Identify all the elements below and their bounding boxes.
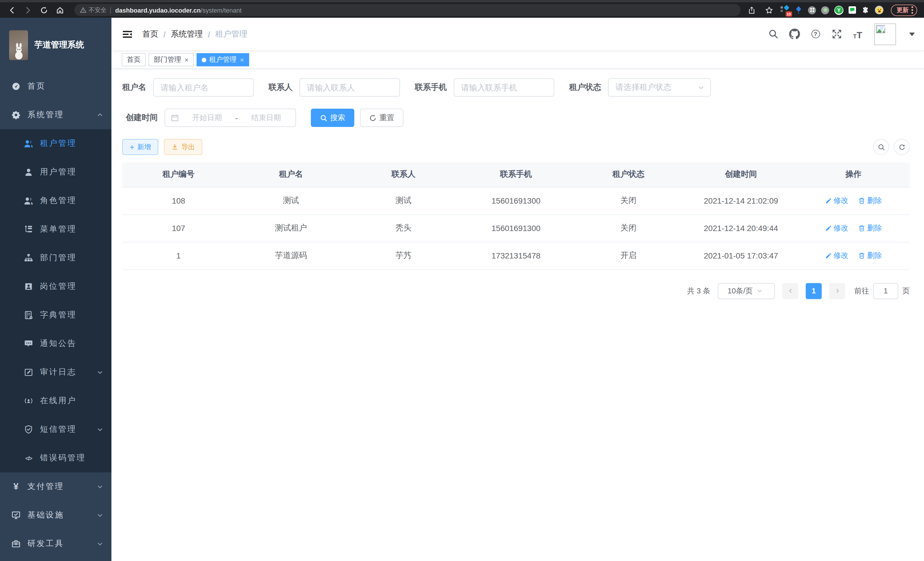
- breadcrumb-system[interactable]: 系统管理: [171, 29, 203, 39]
- security-warning-icon[interactable]: 不安全: [80, 6, 106, 14]
- breadcrumb: 首页 / 系统管理 / 租户管理: [142, 29, 248, 39]
- toolbox-icon: [11, 539, 21, 548]
- next-page-button[interactable]: [829, 283, 845, 299]
- page-size-select[interactable]: 10条/页: [718, 283, 775, 299]
- sidebar-item-post[interactable]: 岗位管理: [0, 272, 111, 301]
- tab-tenant[interactable]: 租户管理 ×: [196, 53, 249, 66]
- sidebar-item-home[interactable]: 首页: [0, 72, 111, 101]
- edit-link[interactable]: 修改: [825, 223, 848, 233]
- monitor-check-icon: [11, 511, 21, 520]
- contact-input[interactable]: [299, 78, 400, 97]
- browser-menu-icon[interactable]: [911, 6, 913, 14]
- header-search-icon[interactable]: [767, 28, 779, 40]
- tenant-name-input[interactable]: [153, 78, 254, 97]
- delete-link[interactable]: 删除: [859, 250, 882, 261]
- sidebar-item-dept[interactable]: 部门管理: [0, 244, 111, 272]
- shield-check-icon: [24, 425, 33, 434]
- browser-back-icon[interactable]: [6, 4, 18, 16]
- extension-clover-icon[interactable]: [808, 6, 816, 14]
- page-number-button[interactable]: 1: [806, 283, 822, 299]
- tab-home[interactable]: 首页: [122, 53, 146, 66]
- calendar-icon: [171, 114, 179, 122]
- edit-link[interactable]: 修改: [825, 196, 848, 206]
- close-icon[interactable]: ×: [184, 56, 189, 63]
- add-button[interactable]: + 新增: [122, 139, 158, 155]
- export-button[interactable]: 导出: [164, 139, 202, 155]
- delete-link[interactable]: 删除: [859, 223, 882, 233]
- close-icon[interactable]: ×: [240, 56, 244, 63]
- reset-button[interactable]: 重置: [360, 109, 404, 127]
- cell-tenant-id: 1: [122, 242, 235, 269]
- sidebar-item-tenant[interactable]: 租户管理: [0, 129, 111, 158]
- share-icon[interactable]: [745, 4, 758, 16]
- app-title: 芋道管理系统: [34, 39, 84, 50]
- sidebar-item-online-users[interactable]: 在线用户: [0, 387, 111, 415]
- search-button[interactable]: 搜索: [311, 109, 354, 127]
- security-label: 不安全: [88, 6, 106, 14]
- browser-home-icon[interactable]: [54, 4, 66, 16]
- avatar-broken-image[interactable]: [874, 23, 896, 45]
- extension-record-icon[interactable]: [821, 6, 829, 14]
- mobile-input[interactable]: [454, 78, 554, 97]
- help-icon[interactable]: ?: [810, 28, 821, 40]
- sidebar-item-audit-log[interactable]: 审计日志: [0, 358, 111, 387]
- prev-page-button[interactable]: [782, 283, 798, 299]
- goto-page-input[interactable]: [873, 283, 898, 299]
- sidebar-item-pay[interactable]: ¥ 支付管理: [0, 472, 111, 501]
- date-separator: -: [236, 114, 238, 122]
- sidebar-item-dev-tools[interactable]: 研发工具: [0, 529, 111, 558]
- browser-forward-icon[interactable]: [22, 4, 34, 16]
- address-bar[interactable]: 不安全 dashboard.yudao.iocoder.cn/system/te…: [74, 4, 741, 16]
- sidebar-item-role[interactable]: 角色管理: [0, 186, 111, 215]
- extension-y-icon[interactable]: Y: [834, 5, 843, 15]
- users-icon: [24, 139, 33, 148]
- sidebar-item-menu[interactable]: 菜单管理: [0, 215, 111, 244]
- sidebar-item-user[interactable]: 用户管理: [0, 158, 111, 186]
- font-size-icon[interactable]: TT: [852, 28, 863, 40]
- browser-reload-icon[interactable]: [38, 4, 50, 16]
- github-icon[interactable]: [789, 28, 800, 40]
- sidebar-item-sms[interactable]: 短信管理: [0, 415, 111, 444]
- message-bubble-icon: [24, 339, 33, 348]
- cell-mobile: 15601691300: [460, 214, 572, 242]
- chevron-up-icon: [97, 111, 104, 118]
- fullscreen-icon[interactable]: [831, 28, 842, 40]
- create-time-range-picker[interactable]: 开始日期 - 结束日期: [165, 109, 296, 127]
- app-logo-row[interactable]: 芋道管理系统: [0, 18, 111, 72]
- cell-tenant-id: 107: [122, 214, 235, 242]
- extension-tag-manager-icon[interactable]: 10: [781, 6, 789, 14]
- sidebar-submenu-system: 租户管理 用户管理 角色管理: [0, 129, 111, 472]
- cell-actions: 修改 删除: [797, 214, 910, 242]
- tab-dept[interactable]: 部门管理 ×: [148, 53, 194, 66]
- breadcrumb-home[interactable]: 首页: [142, 29, 158, 39]
- extension-puzzle-icon[interactable]: [861, 6, 870, 14]
- sidebar-item-notice[interactable]: 通知公告: [0, 329, 111, 358]
- extension-chat-icon[interactable]: [849, 6, 856, 14]
- sidebar-item-infra[interactable]: 基础设施: [0, 501, 111, 529]
- cell-contact: 秃头: [347, 214, 460, 242]
- cell-tenant-name: 测试租户: [235, 214, 347, 242]
- browser-update-button[interactable]: 更新: [891, 4, 917, 16]
- sidebar-collapse-icon[interactable]: [122, 28, 133, 40]
- sidebar-item-dict[interactable]: 字典管理: [0, 301, 111, 329]
- create-time-label: 创建时间: [122, 113, 158, 123]
- browser-chrome: 不安全 dashboard.yudao.iocoder.cn/system/te…: [0, 0, 924, 18]
- omnibox-divider: [110, 7, 111, 14]
- app-navbar: 首页 / 系统管理 / 租户管理 ?: [111, 18, 924, 51]
- end-date-placeholder: 结束日期: [242, 113, 290, 123]
- profile-avatar-icon[interactable]: [875, 6, 884, 14]
- avatar-dropdown-caret[interactable]: [909, 32, 915, 36]
- sidebar-item-system[interactable]: 系统管理: [0, 101, 111, 129]
- delete-link[interactable]: 删除: [859, 196, 882, 206]
- bookmark-star-icon[interactable]: [763, 4, 776, 16]
- extension-kite-icon[interactable]: [794, 6, 803, 14]
- cell-mobile: 17321315478: [460, 242, 572, 269]
- chevron-down-icon: [756, 288, 770, 294]
- sidebar-item-error-code[interactable]: </> 错误码管理: [0, 444, 111, 472]
- refresh-table-icon[interactable]: [894, 139, 910, 155]
- edit-link[interactable]: 修改: [825, 250, 848, 261]
- chevron-down-icon: [97, 426, 104, 433]
- status-select[interactable]: 请选择租户状态: [608, 78, 711, 97]
- breadcrumb-separator: /: [164, 29, 166, 39]
- show-search-toggle-icon[interactable]: [873, 139, 889, 155]
